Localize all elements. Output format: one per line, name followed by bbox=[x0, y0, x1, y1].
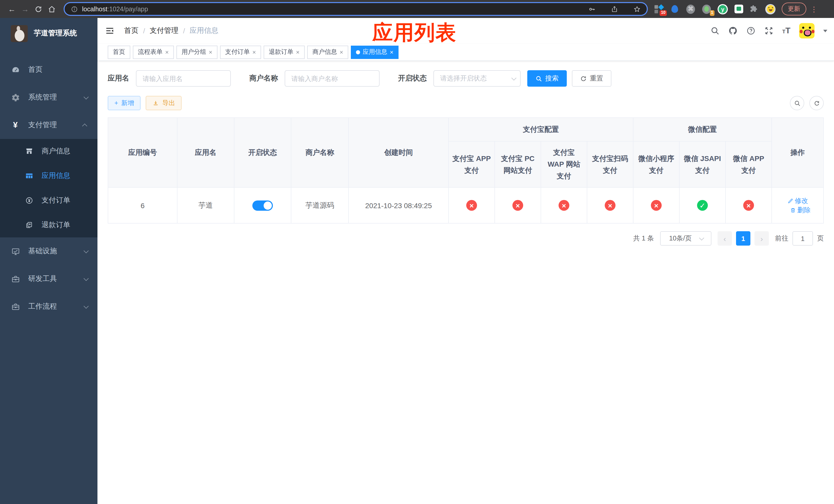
dashboard-icon bbox=[10, 65, 21, 74]
tab-app-info[interactable]: 应用信息× bbox=[351, 45, 398, 59]
site-info-icon[interactable] bbox=[71, 5, 78, 13]
col-app-name: 应用名 bbox=[177, 118, 234, 188]
sidebar-item-system[interactable]: 系统管理 bbox=[0, 84, 97, 111]
col-operations: 操作 bbox=[772, 118, 824, 188]
browser-profile-avatar[interactable] bbox=[765, 4, 775, 14]
close-icon[interactable]: × bbox=[339, 49, 343, 55]
browser-update-button[interactable]: 更新 bbox=[782, 3, 806, 15]
fullscreen-icon[interactable] bbox=[764, 26, 773, 36]
gem-shape bbox=[672, 5, 678, 13]
add-button[interactable]: + 新增 bbox=[108, 96, 141, 110]
sidebar-item-workflow[interactable]: 工作流程 bbox=[0, 293, 97, 320]
prev-page-button[interactable]: ‹ bbox=[718, 231, 732, 246]
hamburger-collapse-icon bbox=[105, 26, 114, 36]
extension-chat-icon[interactable] bbox=[733, 4, 744, 14]
reset-button[interactable]: 重置 bbox=[572, 70, 611, 87]
search-button[interactable]: 搜索 bbox=[527, 70, 567, 87]
breadcrumb-payment[interactable]: 支付管理 bbox=[150, 26, 178, 36]
home-icon bbox=[48, 5, 56, 13]
forward-icon: → bbox=[21, 5, 29, 13]
app-logo-row[interactable]: 芋道管理系统 bbox=[0, 18, 97, 49]
back-button[interactable]: ← bbox=[5, 5, 19, 13]
extension-tasks-icon[interactable]: 10 bbox=[654, 4, 664, 14]
home-button[interactable] bbox=[45, 5, 59, 13]
page-1-button[interactable]: 1 bbox=[736, 231, 750, 246]
close-icon[interactable]: × bbox=[165, 49, 169, 55]
sidebar-item-home[interactable]: 首页 bbox=[0, 56, 97, 84]
sidebar-item-app-info[interactable]: 应用信息 bbox=[0, 164, 97, 188]
close-status-icon: × bbox=[512, 200, 523, 211]
tab-refund-orders[interactable]: 退款订单× bbox=[264, 45, 305, 59]
sidebar: 芋道管理系统 首页 系统管理 ¥ 支付管理 bbox=[0, 18, 97, 504]
forward-button[interactable]: → bbox=[19, 5, 32, 13]
breadcrumb-home[interactable]: 首页 bbox=[124, 26, 138, 36]
bookmark-star-icon[interactable] bbox=[633, 5, 641, 13]
close-icon[interactable]: × bbox=[296, 49, 300, 55]
extension-badge-count: 10 bbox=[660, 10, 667, 16]
sidebar-item-payment[interactable]: ¥ 支付管理 bbox=[0, 111, 97, 139]
user-avatar[interactable] bbox=[799, 23, 814, 39]
refresh-icon bbox=[580, 75, 587, 82]
tab-pay-orders[interactable]: 支付订单× bbox=[220, 45, 261, 59]
page-size-select[interactable]: 10条/页 bbox=[660, 231, 711, 246]
sidebar-item-refund-orders[interactable]: 退款订单 bbox=[0, 213, 97, 237]
extension-recorder-icon[interactable]: 1 bbox=[702, 4, 712, 14]
tags-view-bar: 首页 流程表单× 用户分组× 支付订单× 退款订单× 商户信息× 应用信息× bbox=[97, 44, 834, 61]
tab-merchant-info[interactable]: 商户信息× bbox=[307, 45, 348, 59]
delete-link[interactable]: 删除 bbox=[790, 206, 811, 215]
shop-icon bbox=[24, 147, 34, 155]
extensions-area: 10 ⌘ 1 y bbox=[654, 4, 775, 14]
extension-command-icon[interactable]: ⌘ bbox=[686, 4, 696, 14]
sidebar-item-merchant-info[interactable]: 商户信息 bbox=[0, 139, 97, 164]
close-status-icon: × bbox=[743, 200, 754, 211]
merchant-name-input[interactable] bbox=[285, 70, 379, 87]
profile-emoji bbox=[767, 5, 774, 13]
browser-menu-button[interactable]: ⋮ bbox=[810, 5, 816, 13]
url-text: localhost:1024/pay/app bbox=[82, 5, 148, 13]
github-icon[interactable] bbox=[728, 26, 738, 36]
tab-user-group[interactable]: 用户分组× bbox=[176, 45, 218, 59]
pagination-total: 共 1 条 bbox=[633, 234, 654, 243]
close-icon[interactable]: × bbox=[209, 49, 212, 55]
address-bar[interactable]: localhost:1024/pay/app bbox=[64, 2, 648, 16]
col-group-wechat: 微信配置 bbox=[633, 118, 772, 141]
collapse-sidebar-button[interactable] bbox=[105, 26, 115, 36]
close-status-icon: × bbox=[466, 200, 477, 211]
sidebar-item-pay-orders[interactable]: 支付订单 bbox=[0, 188, 97, 213]
next-page-button[interactable]: › bbox=[754, 231, 769, 246]
close-icon[interactable]: × bbox=[390, 49, 393, 55]
search-icon[interactable] bbox=[710, 26, 720, 36]
export-button[interactable]: 导出 bbox=[146, 96, 182, 110]
ext-diamond bbox=[658, 4, 664, 10]
cell-operations: 修改 删除 bbox=[772, 188, 824, 224]
tab-home[interactable]: 首页 bbox=[108, 45, 130, 59]
extension-yudao-icon[interactable]: y bbox=[718, 4, 728, 14]
sidebar-item-infrastructure[interactable]: 基础设施 bbox=[0, 237, 97, 265]
avatar-cheek-right bbox=[811, 30, 814, 33]
close-icon[interactable]: × bbox=[253, 49, 256, 55]
status-select[interactable]: 请选择开启状态 bbox=[433, 70, 521, 87]
sidebar-item-dev-tools[interactable]: 研发工具 bbox=[0, 265, 97, 293]
chevron-down-icon bbox=[84, 303, 89, 308]
tab-process-form[interactable]: 流程表单× bbox=[133, 45, 174, 59]
font-size-icon[interactable]: TT bbox=[782, 26, 790, 36]
goto-page-input[interactable] bbox=[792, 231, 813, 246]
edit-link[interactable]: 修改 bbox=[787, 197, 808, 206]
extensions-puzzle-icon[interactable] bbox=[749, 4, 760, 14]
chevron-down-icon bbox=[84, 94, 89, 99]
refresh-table-button[interactable] bbox=[809, 96, 824, 110]
export-button-label: 导出 bbox=[162, 99, 175, 108]
close-status-icon: × bbox=[558, 200, 569, 211]
table-mini-actions bbox=[790, 96, 824, 110]
extension-gem-icon[interactable] bbox=[670, 4, 680, 14]
avatar-dropdown-caret[interactable] bbox=[823, 29, 827, 32]
sidebar-item-label: 研发工具 bbox=[28, 274, 57, 283]
col-wechat-jsapi: 微信 JSAPI 支付 bbox=[679, 141, 725, 188]
reload-button[interactable] bbox=[32, 5, 45, 13]
status-toggle[interactable] bbox=[253, 201, 273, 211]
password-key-icon[interactable] bbox=[588, 5, 595, 13]
toggle-search-button[interactable] bbox=[790, 96, 804, 110]
app-name-input[interactable] bbox=[136, 70, 231, 87]
share-icon[interactable] bbox=[611, 5, 618, 13]
help-icon[interactable] bbox=[746, 26, 755, 36]
